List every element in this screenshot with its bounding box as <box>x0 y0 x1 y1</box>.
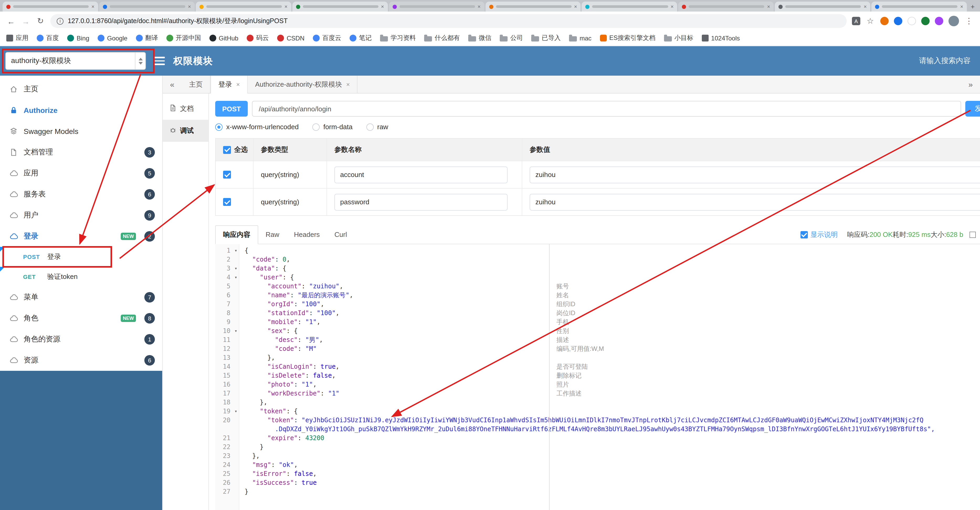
tab-close-icon[interactable]: × <box>188 4 191 9</box>
tab-close-icon[interactable]: × <box>285 4 288 9</box>
bookmark-item[interactable]: 开源中国 <box>166 33 201 43</box>
row-checkbox[interactable] <box>223 171 231 178</box>
bookmark-item[interactable]: 微信 <box>468 33 491 43</box>
browser-tab[interactable]: × <box>99 2 195 11</box>
close-icon[interactable]: × <box>346 81 350 88</box>
tab-close-icon[interactable]: × <box>91 4 94 9</box>
extension-icon[interactable] <box>894 17 902 25</box>
bookmark-star-icon[interactable]: ☆ <box>865 16 875 26</box>
request-path-input[interactable]: /api/authority/anno/login <box>252 101 961 116</box>
content-type-option[interactable]: x-www-form-urlencoded <box>215 123 299 131</box>
bookmark-item[interactable]: 1024Tools <box>702 34 740 42</box>
response-tab-Curl[interactable]: Curl <box>327 226 354 243</box>
tab-close-icon[interactable]: × <box>574 4 577 9</box>
bookmark-item[interactable]: 码云 <box>247 33 269 43</box>
sidebar-item-7[interactable]: 登录NEW2 <box>0 226 162 247</box>
fold-icon[interactable]: ▾ <box>234 264 237 273</box>
header-search-input[interactable]: 请输入搜索内容 <box>919 56 970 66</box>
bookmark-item[interactable]: GitHub <box>209 34 238 42</box>
param-value-input[interactable] <box>530 194 980 210</box>
param-name-input[interactable] <box>334 166 508 183</box>
profile-avatar[interactable] <box>948 16 959 26</box>
extension-icon[interactable] <box>935 17 943 25</box>
radio-button[interactable] <box>215 123 223 131</box>
fold-icon[interactable]: ▾ <box>234 327 237 336</box>
browser-tab[interactable]: × <box>871 2 967 11</box>
bookmark-item[interactable]: 小目标 <box>664 33 694 43</box>
sidebar-item-0[interactable]: 主页 <box>0 79 162 100</box>
browser-tab[interactable]: × <box>582 2 678 11</box>
bookmark-item[interactable]: mac <box>569 34 591 42</box>
tab-close-icon[interactable]: × <box>671 4 674 9</box>
radio-button[interactable] <box>312 123 320 131</box>
sidebar-item-6[interactable]: 用户9 <box>0 205 162 226</box>
fullscreen-icon[interactable] <box>969 231 976 237</box>
browser-tab[interactable]: × <box>292 2 388 11</box>
tab-close-icon[interactable]: × <box>477 4 480 9</box>
sidebar-item-8[interactable]: 菜单7 <box>0 287 162 308</box>
translate-icon[interactable]: A <box>852 17 860 25</box>
extension-icon[interactable] <box>880 17 889 25</box>
show-description-checkbox[interactable] <box>800 231 808 238</box>
send-button[interactable]: 发送 <box>965 101 980 116</box>
forward-icon[interactable]: → <box>21 16 30 26</box>
back-icon[interactable]: ← <box>6 16 16 26</box>
bookmark-item[interactable]: 已导入 <box>531 33 561 43</box>
doc-tab[interactable]: 主页 <box>181 76 210 93</box>
bookmark-item[interactable]: CSDN <box>277 34 304 42</box>
param-value-input[interactable] <box>530 166 980 183</box>
browser-tab[interactable]: × <box>485 2 581 11</box>
content-type-option[interactable]: raw <box>366 123 388 131</box>
doc-tab[interactable]: Authorize-authority-权限模块× <box>248 76 358 93</box>
bookmark-item[interactable]: ES搜索引擎文档 <box>600 33 655 43</box>
bookmark-item[interactable]: 什么都有 <box>424 33 460 43</box>
response-tab-Raw[interactable]: Raw <box>258 226 286 243</box>
fold-icon[interactable]: ▾ <box>234 246 237 255</box>
sidebar-item-11[interactable]: 资源6 <box>0 350 162 371</box>
menu-toggle-icon[interactable] <box>154 57 165 65</box>
browser-tab[interactable]: × <box>678 2 774 11</box>
expand-tabs-icon[interactable]: » <box>961 76 980 93</box>
bookmark-item[interactable]: 翻译 <box>136 33 158 43</box>
bookmark-item[interactable]: 应用 <box>6 33 29 43</box>
select-all-checkbox[interactable] <box>223 146 231 154</box>
sidebar-item-2[interactable]: Swagger Models <box>0 121 162 142</box>
browser-menu-icon[interactable]: ⋮ <box>964 16 974 26</box>
bookmark-item[interactable]: 笔记 <box>350 33 372 43</box>
sidebar-item-3[interactable]: 文档管理3 <box>0 142 162 163</box>
doc-tab[interactable]: 登录× <box>210 76 248 94</box>
new-tab-button[interactable]: + <box>967 2 978 11</box>
sidebar-item-5[interactable]: 服务表6 <box>0 184 162 205</box>
extension-icon[interactable] <box>921 17 930 25</box>
content-type-option[interactable]: form-data <box>312 123 353 131</box>
browser-tab[interactable]: × <box>3 2 98 11</box>
sidebar-item-9[interactable]: 角色NEW8 <box>0 308 162 329</box>
refresh-icon[interactable]: ↻ <box>36 16 45 26</box>
tab-close-icon[interactable]: × <box>767 4 770 9</box>
tab-close-icon[interactable]: × <box>864 4 867 9</box>
collapse-tabs-icon[interactable]: « <box>163 76 181 93</box>
radio-button[interactable] <box>366 123 374 131</box>
bookmark-item[interactable]: Bing <box>67 34 89 42</box>
address-bar[interactable]: i 127.0.0.1:8760/api/gate/doc.html#/auth… <box>50 14 847 28</box>
api-group-select[interactable]: authority-权限模块 <box>5 52 146 70</box>
fold-icon[interactable]: ▾ <box>234 407 237 416</box>
bookmark-item[interactable]: 百度云 <box>313 33 341 43</box>
show-description-toggle[interactable]: 显示说明 <box>800 230 838 239</box>
param-name-input[interactable] <box>334 194 508 210</box>
bookmark-item[interactable]: 百度 <box>37 33 59 43</box>
bookmark-item[interactable]: 学习资料 <box>380 33 416 43</box>
browser-tab[interactable]: × <box>389 2 484 11</box>
code-lines[interactable]: { "code": 0, "data": { "user": { "accoun… <box>239 244 980 510</box>
browser-tab[interactable]: × <box>196 2 291 11</box>
sidebar-api-post[interactable]: POST登录 <box>0 247 162 267</box>
bookmark-item[interactable]: 公司 <box>500 33 523 43</box>
sidebar-item-1[interactable]: Authorize <box>0 100 162 121</box>
close-icon[interactable]: × <box>236 81 240 88</box>
row-checkbox[interactable] <box>223 198 231 206</box>
sidebar-api-get[interactable]: GET验证token <box>0 267 162 287</box>
tab-close-icon[interactable]: × <box>381 4 384 9</box>
tab-close-icon[interactable]: × <box>960 4 963 9</box>
browser-tab[interactable]: × <box>775 2 870 11</box>
response-tab-响应内容[interactable]: 响应内容 <box>215 225 258 244</box>
